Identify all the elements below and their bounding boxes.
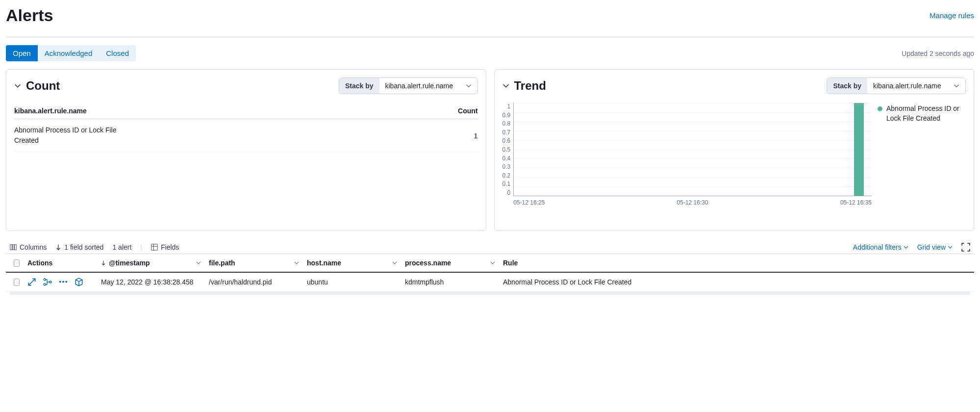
sort-desc-icon: [101, 260, 106, 266]
cell-rule: Abnormal Process ID or Lock File Created: [499, 273, 970, 291]
col-process-name[interactable]: process.name: [401, 254, 499, 272]
expand-icon[interactable]: [27, 278, 36, 286]
svg-point-8: [50, 281, 51, 283]
cell-timestamp: May 12, 2022 @ 16:38:28.458: [97, 273, 205, 291]
chevron-down-icon: [294, 260, 299, 265]
select-all-checkbox[interactable]: [14, 259, 20, 267]
count-stackby: Stack by kibana.alert.rule.name: [339, 77, 478, 94]
count-table: kibana.alert.rule.name Count Abnormal Pr…: [14, 103, 478, 152]
col-actions: Actions: [24, 254, 97, 272]
page-title: Alerts: [6, 6, 53, 25]
trend-y-axis: 10.90.80.70.60.50.40.30.20.10: [503, 103, 514, 196]
chevron-down-icon: [392, 260, 397, 265]
trend-stackby: Stack by kibana.alert.rule.name: [827, 77, 966, 94]
alert-count: 1 alert: [112, 243, 131, 251]
status-tabs: Open Acknowledged Closed: [6, 45, 136, 61]
count-panel: Count Stack by kibana.alert.rule.name ki…: [6, 69, 486, 231]
col-process-name-label: process.name: [405, 259, 451, 267]
manage-rules-link[interactable]: Manage rules: [930, 11, 974, 20]
col-timestamp-label: @timestamp: [109, 259, 150, 267]
col-host-name[interactable]: host.name: [303, 254, 401, 272]
row-checkbox[interactable]: [14, 279, 20, 286]
count-stackby-select[interactable]: kibana.alert.rule.name: [379, 78, 477, 94]
header-divider: [6, 37, 974, 37]
more-actions-icon[interactable]: [59, 278, 68, 286]
chevron-down-icon: [196, 260, 201, 265]
svg-point-7: [44, 283, 46, 285]
chevron-down-icon[interactable]: [14, 82, 21, 89]
svg-rect-11: [66, 281, 67, 283]
additional-filters-label: Additional filters: [853, 243, 902, 251]
chevron-down-icon: [466, 83, 472, 89]
grid-toolbar: Columns 1 field sorted 1 alert | Fields …: [6, 241, 974, 254]
legend-dot-icon: [878, 106, 882, 111]
toolbar-separator: |: [140, 243, 142, 251]
count-stackby-label: Stack by: [339, 78, 379, 94]
trend-stackby-label: Stack by: [827, 78, 867, 94]
tab-closed[interactable]: Closed: [99, 45, 136, 61]
count-row[interactable]: Abnormal Process ID or Lock File Created…: [14, 119, 478, 152]
svg-rect-2: [15, 245, 17, 250]
trend-bar[interactable]: [854, 103, 864, 196]
count-col-count: Count: [458, 107, 477, 115]
cube-icon[interactable]: [75, 278, 83, 286]
col-rule-label: Rule: [503, 259, 518, 267]
sort-icon: [55, 244, 61, 251]
trend-panel: Trend Stack by kibana.alert.rule.name 10…: [494, 69, 975, 231]
cell-host-name: ubuntu: [303, 273, 401, 291]
horizontal-scrollbar[interactable]: [10, 292, 970, 295]
cell-file-path: /var/run/haldrund.pid: [205, 273, 303, 291]
chevron-down-icon: [948, 245, 953, 250]
chevron-down-icon: [904, 245, 908, 250]
fields-button[interactable]: Fields: [151, 243, 179, 251]
trend-legend-label: Abnormal Process ID or Lock File Created: [886, 104, 966, 123]
trend-plot-area: [513, 103, 872, 196]
trend-x-axis: 05-12 16:2505-12 16:3005-12 16:35: [513, 196, 872, 206]
sort-button[interactable]: 1 field sorted: [55, 243, 103, 251]
cell-process-name: kdmtmpflush: [401, 273, 499, 291]
analyzer-icon[interactable]: [43, 278, 52, 286]
fullscreen-icon[interactable]: [961, 243, 970, 252]
col-timestamp[interactable]: @timestamp: [97, 254, 205, 272]
chevron-down-icon[interactable]: [503, 82, 509, 89]
additional-filters-button[interactable]: Additional filters: [853, 243, 908, 251]
trend-legend[interactable]: Abnormal Process ID or Lock File Created: [878, 103, 966, 206]
chevron-down-icon: [954, 83, 959, 89]
col-file-path[interactable]: file.path: [205, 254, 303, 272]
trend-stackby-select[interactable]: kibana.alert.rule.name: [867, 78, 965, 94]
svg-rect-9: [59, 281, 61, 283]
svg-rect-3: [151, 244, 157, 250]
grid-header: Actions @timestamp file.path host.name p…: [6, 254, 974, 273]
col-file-path-label: file.path: [209, 259, 235, 267]
updated-status: Updated 2 seconds ago: [902, 50, 974, 57]
grid-view-button[interactable]: Grid view: [917, 243, 953, 251]
svg-rect-10: [62, 281, 64, 283]
svg-rect-0: [10, 245, 12, 250]
col-rule[interactable]: Rule: [499, 254, 970, 272]
sort-label: 1 field sorted: [64, 243, 103, 251]
alerts-grid: Actions @timestamp file.path host.name p…: [6, 254, 974, 295]
svg-point-6: [44, 279, 46, 281]
tab-open[interactable]: Open: [6, 45, 38, 61]
columns-button[interactable]: Columns: [10, 243, 47, 251]
count-row-value: 1: [474, 131, 477, 140]
chevron-down-icon: [490, 260, 495, 265]
table-row[interactable]: May 12, 2022 @ 16:38:28.458 /var/run/hal…: [6, 273, 974, 292]
trend-stackby-value: kibana.alert.rule.name: [873, 82, 941, 90]
columns-icon: [10, 244, 17, 251]
col-host-name-label: host.name: [307, 259, 341, 267]
fields-label: Fields: [161, 243, 179, 251]
count-col-name: kibana.alert.rule.name: [14, 107, 87, 115]
trend-title: Trend: [514, 79, 546, 93]
svg-rect-1: [12, 245, 14, 250]
grid-view-label: Grid view: [917, 243, 946, 251]
tab-acknowledged[interactable]: Acknowledged: [38, 45, 100, 61]
fields-icon: [151, 244, 158, 251]
columns-label: Columns: [20, 243, 47, 251]
count-row-name: Abnormal Process ID or Lock File Created: [14, 125, 142, 146]
count-stackby-value: kibana.alert.rule.name: [385, 82, 453, 90]
count-title: Count: [26, 79, 60, 93]
